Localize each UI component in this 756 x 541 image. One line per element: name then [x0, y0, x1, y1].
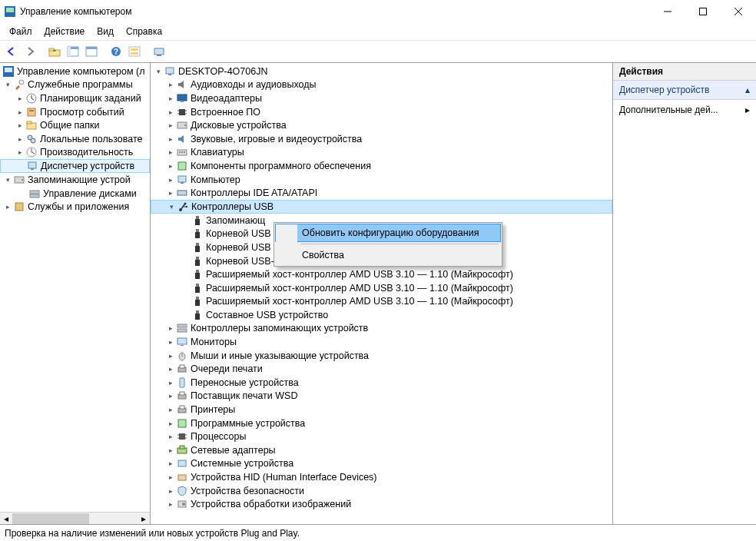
chevron-right-icon[interactable]: ▸	[15, 108, 25, 116]
scope-item[interactable]: ▸Просмотр событий	[0, 105, 150, 119]
menu-help[interactable]: Справка	[126, 26, 162, 37]
maximize-button[interactable]	[685, 0, 721, 23]
scope-group-0[interactable]: Служебные программы	[28, 79, 133, 90]
chevron-right-icon[interactable]: ▸	[15, 95, 25, 102]
ctx-properties[interactable]: Свойства	[276, 247, 500, 265]
help-button[interactable]: ?	[108, 43, 124, 60]
chevron-right-icon[interactable]: ▸	[166, 446, 175, 454]
chevron-right-icon[interactable]: ▸	[166, 81, 175, 88]
chevron-right-icon[interactable]: ▸	[166, 460, 175, 467]
chevron-right-icon[interactable]: ▸	[166, 392, 175, 400]
chevron-down-icon[interactable]: ▾	[154, 68, 163, 75]
device-category[interactable]: ▸Мыши и иные указывающие устройства	[151, 349, 612, 363]
device-category[interactable]: ▸Встроенное ПО	[151, 105, 612, 119]
scan-hw-button[interactable]	[151, 43, 167, 60]
device-category[interactable]: ▸Звуковые, игровые и видеоустройства	[151, 132, 612, 146]
close-button[interactable]	[721, 0, 756, 23]
chevron-right-icon[interactable]: ▸	[166, 148, 175, 156]
device-category[interactable]: ▸Мониторы	[151, 335, 612, 349]
view-button[interactable]	[83, 43, 100, 60]
svg-rect-76	[196, 297, 199, 300]
chevron-right-icon[interactable]: ▸	[166, 338, 175, 346]
scope-item[interactable]: ▸Производительность	[0, 146, 150, 160]
actions-more-link[interactable]: Дополнительные дей... ▸	[613, 100, 756, 120]
chevron-right-icon[interactable]: ▸	[166, 352, 175, 360]
chevron-down-icon[interactable]: ▾	[167, 203, 176, 211]
menu-file[interactable]: Файл	[9, 26, 32, 37]
horizontal-scrollbar[interactable]: ◂ ▸	[0, 512, 150, 524]
scope-item[interactable]: ▸Планировщик заданий	[0, 91, 150, 105]
chevron-right-icon[interactable]: ▸	[166, 487, 175, 495]
scope-services[interactable]: Службы и приложения	[28, 201, 129, 212]
device-category[interactable]: ▸Переносные устройства	[151, 376, 612, 390]
scroll-right-arrow[interactable]: ▸	[138, 513, 150, 524]
chevron-down-icon[interactable]: ▾	[3, 81, 12, 88]
chevron-right-icon[interactable]: ▸	[3, 203, 12, 211]
device-category[interactable]: ▸Поставщик печати WSD	[151, 390, 612, 403]
chevron-right-icon[interactable]: ▸	[166, 176, 175, 184]
device-root-row[interactable]: ▾DESKTOP-4O706JN	[151, 65, 612, 78]
chevron-right-icon[interactable]: ▸	[166, 500, 175, 508]
scope-root[interactable]: Управление компьютером (л	[17, 66, 144, 77]
chevron-right-icon[interactable]: ▸	[166, 121, 175, 129]
device-root[interactable]: DESKTOP-4O706JN	[178, 66, 267, 77]
device-category[interactable]: ▸Клавиатуры	[151, 146, 612, 160]
chevron-right-icon[interactable]: ▸	[166, 189, 175, 197]
device-category[interactable]: ▸Компьютер	[151, 173, 612, 187]
chevron-right-icon[interactable]: ▸	[166, 406, 175, 413]
device-category[interactable]: ▸Видеоадаптеры	[151, 91, 612, 105]
device-category[interactable]: ▸Процессоры	[151, 430, 612, 443]
chevron-right-icon[interactable]: ▸	[166, 420, 175, 427]
scope-item[interactable]: Диспетчер устройств	[0, 159, 150, 173]
device-item[interactable]: Расширяемый хост-контроллер AMD USB 3.10…	[151, 281, 612, 295]
device-category[interactable]: ▸Сетевые адаптеры	[151, 443, 612, 457]
device-category[interactable]: ▸Программные устройства	[151, 417, 612, 430]
scope-item[interactable]: ▸Локальные пользовате	[0, 132, 150, 146]
device-category[interactable]: ▾Контроллеры USB	[151, 200, 612, 214]
device-item[interactable]: Расширяемый хост-контроллер AMD USB 3.10…	[151, 295, 612, 309]
device-category[interactable]: ▸Устройства обработки изображений	[151, 497, 612, 511]
chevron-right-icon[interactable]: ▸	[166, 379, 175, 387]
chevron-right-icon[interactable]: ▸	[166, 324, 175, 332]
up-folder-button[interactable]	[46, 43, 63, 60]
menu-view[interactable]: Вид	[97, 26, 114, 37]
actions-section[interactable]: Диспетчер устройств ▴	[613, 81, 756, 100]
chevron-right-icon[interactable]: ▸	[166, 473, 175, 481]
chevron-right-icon[interactable]: ▸	[166, 135, 175, 143]
device-category[interactable]: ▸Контроллеры запоминающих устройств	[151, 322, 612, 336]
chevron-down-icon[interactable]: ▾	[3, 176, 12, 184]
device-category[interactable]: ▸Устройства безопасности	[151, 484, 612, 498]
scope-item[interactable]: ▸Общие папки	[0, 118, 150, 132]
device-category[interactable]: ▸Устройства HID (Human Interface Devices…	[151, 470, 612, 484]
chevron-right-icon[interactable]: ▸	[15, 135, 25, 143]
device-category[interactable]: ▸Системные устройства	[151, 457, 612, 471]
show-hide-tree-button[interactable]	[65, 43, 81, 60]
scope-group-1[interactable]: Запоминающие устрой	[28, 174, 131, 185]
chevron-right-icon[interactable]: ▸	[15, 148, 25, 156]
scope-item-diskmgmt[interactable]: Управление дисками	[43, 188, 137, 199]
device-category[interactable]: ▸Компоненты программного обеспечения	[151, 159, 612, 173]
refresh-button[interactable]	[126, 43, 143, 60]
chevron-right-icon[interactable]: ▸	[166, 108, 175, 116]
forward-button[interactable]	[22, 43, 38, 60]
device-item[interactable]: Расширяемый хост-контроллер AMD USB 3.10…	[151, 267, 612, 281]
device-category[interactable]: ▸Дисковые устройства	[151, 118, 612, 132]
device-category[interactable]: ▸Очереди печати	[151, 362, 612, 376]
device-category[interactable]: ▸Аудиовходы и аудиовыходы	[151, 78, 612, 92]
minimize-button[interactable]	[650, 0, 685, 23]
ctx-scan-hardware[interactable]: Обновить конфигурацию оборудования	[275, 224, 501, 242]
mmc-scope-tree[interactable]: Управление компьютером (л ▾ Служебные пр…	[0, 63, 151, 524]
device-category[interactable]: ▸Контроллеры IDE ATA/ATAPI	[151, 186, 612, 200]
chevron-right-icon[interactable]: ▸	[15, 121, 25, 129]
device-tree-pane[interactable]: ▾DESKTOP-4O706JN▸Аудиовходы и аудиовыход…	[151, 63, 613, 524]
scroll-thumb[interactable]	[12, 513, 89, 524]
device-item[interactable]: Составное USB устройство	[151, 308, 612, 322]
back-button[interactable]	[3, 43, 20, 60]
chevron-right-icon[interactable]: ▸	[166, 365, 175, 373]
scroll-left-arrow[interactable]: ◂	[0, 513, 12, 524]
chevron-right-icon[interactable]: ▸	[166, 433, 175, 440]
device-category[interactable]: ▸Принтеры	[151, 403, 612, 417]
chevron-right-icon[interactable]: ▸	[166, 162, 175, 170]
chevron-right-icon[interactable]: ▸	[166, 95, 175, 102]
menu-action[interactable]: Действие	[45, 26, 85, 37]
